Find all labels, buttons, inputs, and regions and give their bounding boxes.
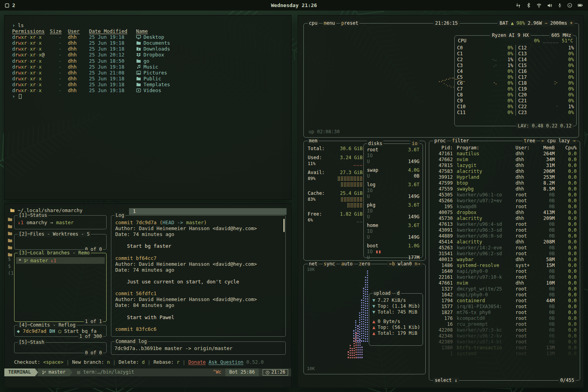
core-row: C22⠂1% bbox=[516, 104, 576, 110]
io-toggle[interactable]: io bbox=[410, 141, 419, 147]
core-row: C190% bbox=[516, 86, 576, 92]
updates-icon[interactable] bbox=[515, 3, 521, 8]
tab-zero[interactable]: zero bbox=[358, 261, 372, 267]
stash-panel[interactable]: [5]─Stash 0 of 0 bbox=[14, 342, 107, 353]
process-row[interactable]: 1642napi/phy0-0root0B0.0 bbox=[429, 292, 580, 298]
process-row[interactable]: 45263kworker/14:2-everoot0B0.0 bbox=[429, 245, 580, 251]
process-row[interactable]: 1380btrfs-transactioroot13M0.0 bbox=[429, 345, 580, 351]
mic-icon[interactable] bbox=[557, 3, 562, 8]
process-row[interactable]: 45305kworker/u96:1-coroot0B0.0 bbox=[429, 192, 580, 198]
disk-entry: boot1.0GIO ▮▮U177M bbox=[367, 243, 419, 261]
info-icon[interactable] bbox=[567, 3, 572, 8]
process-row[interactable]: 195kswapd0root0B0.0 bbox=[429, 204, 580, 210]
branch-icon bbox=[24, 258, 28, 263]
buffer-tab[interactable]: 1 bbox=[129, 208, 287, 215]
tab-proc[interactable]: proc bbox=[433, 138, 447, 144]
process-row[interactable]: 1640napi/phy0-0root0B0.0 bbox=[429, 269, 580, 274]
process-row[interactable]: 1systemdroot13M0.0 bbox=[429, 351, 580, 357]
workspace-indicator[interactable]: 2 bbox=[5, 2, 15, 8]
clock[interactable]: Wednesday 21:26 bbox=[0, 2, 588, 8]
process-row[interactable]: 1486systemd-resolvesyst+15M0.0 bbox=[429, 263, 580, 269]
process-row[interactable]: 22161kworker/u97:10-kroot0B0.0 bbox=[429, 274, 580, 280]
process-row[interactable]: 47559swaybgdhh8.5M0.0 bbox=[429, 186, 580, 192]
interval-minus-button[interactable]: − bbox=[544, 20, 547, 26]
process-row[interactable]: 42389kworker/u97:4-btroot0B0.0 bbox=[429, 339, 580, 345]
keybinding-label: Delete: bbox=[119, 359, 142, 365]
process-row[interactable]: 16rcu_preemptroot0B0.0 bbox=[429, 321, 580, 327]
sort-next-button[interactable]: → bbox=[573, 138, 575, 143]
process-row[interactable]: 39912Hyprlanddhh253M0.0 bbox=[429, 174, 580, 180]
file-row: drwxr-xr-x-dhh25 Jun 19:18Downloads bbox=[12, 46, 291, 52]
prompt-arrow: › bbox=[12, 93, 15, 99]
command-log-panel[interactable]: Command log 7dc9d7a..b3691be master -> o… bbox=[111, 341, 286, 355]
tab-tree[interactable]: tree bbox=[523, 138, 536, 144]
process-row[interactable]: 47613kworker/u96:4-sdroot0B0.0 bbox=[429, 221, 580, 227]
log-scrollbar[interactable] bbox=[283, 219, 285, 232]
sort-prev-button[interactable]: ← bbox=[541, 138, 544, 143]
process-row[interactable]: 40075dropboxdhh413M0.0 bbox=[429, 210, 580, 216]
tab-auto[interactable]: auto bbox=[340, 261, 354, 267]
process-row[interactable]: 45266kworker/u97:2+evroot0B0.0 bbox=[429, 198, 580, 204]
process-row[interactable]: 45730alacrittydhh209M0.0 bbox=[429, 216, 580, 221]
process-row[interactable]: 44889kworker/u96:0-sdroot0B0.0 bbox=[429, 233, 580, 239]
user-cell: dhh bbox=[68, 76, 86, 82]
volume-icon[interactable] bbox=[547, 3, 552, 8]
tab-mem[interactable]: mem bbox=[308, 138, 319, 144]
ask-question-link[interactable]: Ask Question bbox=[209, 359, 243, 365]
branch-row-selected[interactable]: * master ↓1 bbox=[16, 257, 105, 264]
process-row[interactable]: 1827mt76-tx phy0root0B0.0 bbox=[429, 310, 580, 316]
tab-filter[interactable]: filter bbox=[451, 138, 470, 144]
process-row[interactable]: 42208kworker/u97:3-kcroot0B0.0 bbox=[429, 327, 580, 333]
process-row[interactable]: 31541kworker/u96:2-sdroot0B0.0 bbox=[429, 251, 580, 257]
date-cell: 25 Jun 19:18 bbox=[89, 82, 133, 87]
tab-sync[interactable]: sync bbox=[323, 261, 336, 267]
prompt-line[interactable]: › bbox=[12, 93, 291, 99]
tab-net[interactable]: net bbox=[308, 261, 319, 267]
branch-name: master bbox=[31, 258, 48, 263]
donate-link[interactable]: Donate bbox=[188, 359, 205, 365]
lazygit-window: ~/.local/share/omarchy 1 $$(1 [1]─Status… bbox=[4, 203, 292, 388]
process-row[interactable]: 47161nautilusdhh264M0.0 bbox=[429, 151, 580, 157]
log-panel[interactable]: Log commit 7dc9d7a (HEAD -> master)Autho… bbox=[111, 215, 286, 337]
process-row[interactable]: 45414alacrittydhh208M0.0 bbox=[429, 239, 580, 245]
process-row[interactable]: 1577irq/81-PIXA3854:root0B0.0 bbox=[429, 304, 580, 310]
process-row[interactable]: 47599btopdhh8.2M0.0 bbox=[429, 180, 580, 186]
process-row[interactable]: 1327dmcrypt_write/25root0B0.0 bbox=[429, 286, 580, 292]
iface-prev-button[interactable]: ←b bbox=[389, 261, 395, 267]
net-interface[interactable]: ←b wlan0 n→ bbox=[387, 261, 422, 267]
files-panel[interactable]: [2]─Files - Worktrees - S 0 of 0 bbox=[14, 234, 107, 250]
size-cell: - bbox=[50, 58, 65, 64]
process-row[interactable]: 47661nvimdhh10M0.0 bbox=[429, 280, 580, 286]
interval-plus-button[interactable]: + bbox=[570, 20, 573, 26]
process-row[interactable]: 47662nvimdhh34M0.0 bbox=[429, 157, 580, 163]
process-row[interactable]: 43091kworker/u96:3-sdroot0B0.0 bbox=[429, 227, 580, 233]
process-row[interactable]: 42346kworker/u96:2-kvroot0B0.0 bbox=[429, 333, 580, 339]
status-panel[interactable]: [1]─Status ↓1 omarchy → master bbox=[14, 215, 107, 229]
cursor-position: Bot 25:86 bbox=[225, 368, 259, 376]
upload-toggle[interactable]: d bbox=[396, 290, 401, 296]
user-cell: dhh bbox=[68, 58, 86, 64]
bluetooth-icon[interactable] bbox=[526, 3, 531, 8]
commits-panel[interactable]: [4]─Commits - Reflog ◆ 7dc9d7ad DH ○ Sta… bbox=[14, 325, 107, 337]
process-row[interactable]: 40013waybardhh58M0.0 bbox=[429, 257, 580, 263]
process-row[interactable]: 1794containerdroot44M0.0 bbox=[429, 298, 580, 304]
branches-panel[interactable]: [3]─Local branches - Remo * master ↓1 1 … bbox=[14, 253, 107, 322]
shell-prompt-remnant: $ bbox=[8, 263, 11, 269]
window-icon bbox=[5, 3, 9, 8]
battery-icon[interactable] bbox=[577, 3, 583, 8]
tab-preset[interactable]: preset bbox=[340, 20, 359, 26]
tab-disks[interactable]: disks bbox=[367, 141, 383, 147]
sort-selector[interactable]: ← cpu lazy → bbox=[540, 138, 577, 144]
mem-total-row: Total: 30.6 GiB bbox=[308, 146, 363, 152]
wifi-icon[interactable] bbox=[536, 3, 542, 8]
process-row[interactable]: 176kcompactd0root0B0.0 bbox=[429, 316, 580, 321]
process-row[interactable]: 47815lazygitdhh31M0.0 bbox=[429, 163, 580, 169]
interval-value: 2000ms bbox=[550, 20, 567, 26]
shell-prompt-remnant: (1 bbox=[8, 270, 14, 276]
tab-cpu[interactable]: cpu bbox=[308, 20, 319, 26]
iface-next-button[interactable]: n→ bbox=[415, 261, 420, 267]
process-row[interactable]: 47583alacrittydhh206M0.0 bbox=[429, 169, 580, 174]
tab-menu[interactable]: menu bbox=[323, 20, 336, 26]
file-name: Public bbox=[143, 76, 161, 82]
cpu-core-box: Ryzen AI 9 HX 605 MHz CPU 0% ⣀⣀⣀⣀⣀ 51°C … bbox=[454, 35, 577, 126]
